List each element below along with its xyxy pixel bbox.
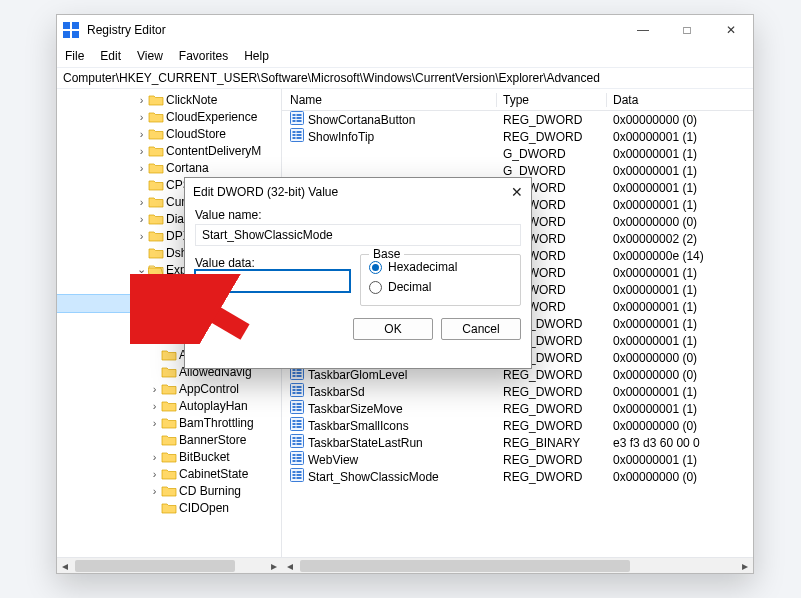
scroll-right-icon[interactable]: ▸ bbox=[266, 558, 282, 574]
tree-item[interactable]: ›CabinetState bbox=[57, 465, 281, 482]
tree-item[interactable]: ›ClickNote bbox=[57, 91, 281, 108]
value-data: 0x00000001 (1) bbox=[607, 300, 753, 314]
tree-item[interactable]: BannerStore bbox=[57, 431, 281, 448]
value-name: TaskbarSmallIcons bbox=[308, 419, 409, 433]
dword-icon bbox=[290, 434, 304, 451]
chevron-right-icon[interactable]: › bbox=[135, 94, 148, 106]
value-data: 0x00000001 (1) bbox=[607, 385, 753, 399]
folder-icon bbox=[148, 144, 164, 158]
value-data: e3 f3 d3 60 00 0 bbox=[607, 436, 753, 450]
tree-item[interactable]: ›AutoplayHan bbox=[57, 397, 281, 414]
value-type: REG_DWORD bbox=[497, 419, 607, 433]
value-data: 0x00000001 (1) bbox=[607, 147, 753, 161]
scroll-left-icon[interactable]: ◂ bbox=[282, 558, 298, 574]
chevron-right-icon[interactable]: › bbox=[135, 196, 148, 208]
chevron-right-icon[interactable]: › bbox=[135, 111, 148, 123]
dword-icon bbox=[290, 451, 304, 468]
minimize-button[interactable]: — bbox=[621, 15, 665, 45]
base-legend: Base bbox=[369, 247, 404, 261]
chevron-right-icon[interactable]: › bbox=[148, 451, 161, 463]
chevron-right-icon[interactable]: › bbox=[135, 145, 148, 157]
value-row[interactable]: G_DWORD0x00000001 (1) bbox=[282, 145, 753, 162]
tree-item[interactable]: ›AppControl bbox=[57, 380, 281, 397]
value-type: REG_DWORD bbox=[497, 453, 607, 467]
value-row[interactable]: TaskbarSizeMoveREG_DWORD0x00000001 (1) bbox=[282, 400, 753, 417]
col-header-type[interactable]: Type bbox=[497, 93, 607, 107]
menu-file[interactable]: File bbox=[65, 49, 84, 63]
chevron-right-icon[interactable]: › bbox=[148, 383, 161, 395]
radio-decimal[interactable]: Decimal bbox=[369, 277, 512, 297]
menubar: File Edit View Favorites Help bbox=[57, 45, 753, 67]
value-row[interactable]: ShowInfoTipREG_DWORD0x00000001 (1) bbox=[282, 128, 753, 145]
dword-icon bbox=[290, 468, 304, 485]
menu-edit[interactable]: Edit bbox=[100, 49, 121, 63]
tree-item[interactable]: ›Cortana bbox=[57, 159, 281, 176]
value-name: ShowCortanaButton bbox=[308, 113, 415, 127]
chevron-down-icon[interactable]: ⌄ bbox=[135, 263, 148, 276]
value-data: 0x00000000 (0) bbox=[607, 351, 753, 365]
chevron-right-icon[interactable]: › bbox=[161, 315, 174, 327]
value-data-input[interactable] bbox=[195, 270, 350, 292]
tree-item-label: AutoplayHan bbox=[179, 399, 248, 413]
value-name-label: Value name: bbox=[195, 208, 521, 222]
menu-view[interactable]: View bbox=[137, 49, 163, 63]
list-hscroll[interactable]: ◂ ▸ bbox=[282, 557, 753, 573]
chevron-right-icon[interactable]: › bbox=[135, 128, 148, 140]
chevron-right-icon[interactable]: › bbox=[148, 417, 161, 429]
chevron-right-icon[interactable]: › bbox=[135, 230, 148, 242]
value-name: TaskbarSizeMove bbox=[308, 402, 403, 416]
tree-item-label: BitBucket bbox=[179, 450, 230, 464]
value-row[interactable]: TaskbarSdREG_DWORD0x00000001 (1) bbox=[282, 383, 753, 400]
value-row[interactable]: WebViewREG_DWORD0x00000001 (1) bbox=[282, 451, 753, 468]
value-name: Start_ShowClassicMode bbox=[308, 470, 439, 484]
folder-icon bbox=[148, 212, 164, 226]
address-bar[interactable]: Computer\HKEY_CURRENT_USER\Software\Micr… bbox=[57, 67, 753, 89]
titlebar[interactable]: Registry Editor — □ ✕ bbox=[57, 15, 753, 45]
col-header-data[interactable]: Data bbox=[607, 93, 753, 107]
value-data: 0x00000001 (1) bbox=[607, 266, 753, 280]
tree-item[interactable]: ›CloudStore bbox=[57, 125, 281, 142]
value-data-label: Value data: bbox=[195, 256, 350, 270]
menu-favorites[interactable]: Favorites bbox=[179, 49, 228, 63]
folder-icon bbox=[161, 433, 177, 447]
cancel-button[interactable]: Cancel bbox=[441, 318, 521, 340]
scroll-left-icon[interactable]: ◂ bbox=[57, 558, 73, 574]
chevron-down-icon[interactable]: ⌄ bbox=[148, 297, 161, 310]
close-button[interactable]: ✕ bbox=[709, 15, 753, 45]
value-row[interactable]: TaskbarSmallIconsREG_DWORD0x00000000 (0) bbox=[282, 417, 753, 434]
value-type: REG_DWORD bbox=[497, 130, 607, 144]
dialog-close-button[interactable]: ✕ bbox=[511, 184, 523, 200]
value-type: REG_BINARY bbox=[497, 436, 607, 450]
scroll-right-icon[interactable]: ▸ bbox=[737, 558, 753, 574]
folder-icon bbox=[161, 382, 177, 396]
menu-help[interactable]: Help bbox=[244, 49, 269, 63]
chevron-right-icon[interactable]: › bbox=[148, 400, 161, 412]
dword-icon bbox=[290, 400, 304, 417]
tree-item[interactable]: ›BitBucket bbox=[57, 448, 281, 465]
value-row[interactable]: ShowCortanaButtonREG_DWORD0x00000000 (0) bbox=[282, 111, 753, 128]
tree-item[interactable]: ›CloudExperience bbox=[57, 108, 281, 125]
folder-icon bbox=[148, 161, 164, 175]
tree-item[interactable]: ›ContentDeliveryM bbox=[57, 142, 281, 159]
chevron-right-icon[interactable]: › bbox=[148, 468, 161, 480]
tree-hscroll[interactable]: ◂ ▸ bbox=[57, 557, 282, 573]
tree-item-label: ClickNote bbox=[166, 93, 217, 107]
value-data: 0x00000001 (1) bbox=[607, 283, 753, 297]
tree-item[interactable]: CIDOpen bbox=[57, 499, 281, 516]
tree-item[interactable]: ›BamThrottling bbox=[57, 414, 281, 431]
chevron-right-icon[interactable]: › bbox=[135, 213, 148, 225]
tree-item-label: BamThrottling bbox=[179, 416, 254, 430]
tree-item[interactable]: ›CD Burning bbox=[57, 482, 281, 499]
ok-button[interactable]: OK bbox=[353, 318, 433, 340]
maximize-button[interactable]: □ bbox=[665, 15, 709, 45]
value-row[interactable]: Start_ShowClassicModeREG_DWORD0x00000000… bbox=[282, 468, 753, 485]
value-data: 0x00000000 (0) bbox=[607, 470, 753, 484]
folder-open-icon bbox=[148, 263, 164, 277]
col-header-name[interactable]: Name bbox=[282, 93, 497, 107]
dialog-titlebar[interactable]: Edit DWORD (32-bit) Value ✕ bbox=[185, 178, 531, 206]
folder-icon bbox=[161, 399, 177, 413]
chevron-right-icon[interactable]: › bbox=[148, 485, 161, 497]
chevron-right-icon[interactable]: › bbox=[135, 162, 148, 174]
value-row[interactable]: TaskbarStateLastRunREG_BINARYe3 f3 d3 60… bbox=[282, 434, 753, 451]
dword-icon bbox=[290, 111, 304, 128]
